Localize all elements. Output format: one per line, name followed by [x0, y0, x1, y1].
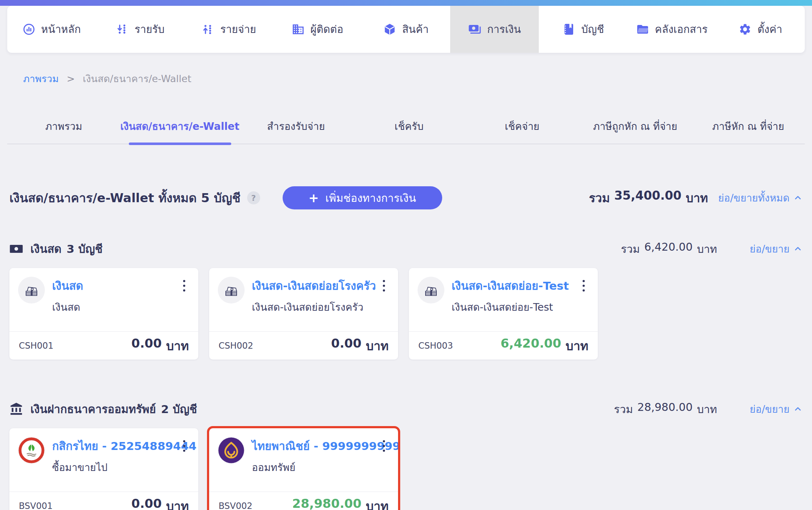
account-amount: 0.00 บาท [131, 336, 189, 356]
nav-item-finance[interactable]: การเงิน [450, 6, 539, 53]
kebab-menu-icon[interactable] [378, 437, 389, 456]
tab-tax-withheld[interactable]: ภาษีถูกหัก ณ ที่จ่าย [579, 112, 692, 144]
chevron-up-icon [793, 244, 803, 254]
account-amount: 6,420.00 บาท [500, 336, 588, 356]
breadcrumb-home-link[interactable]: ภาพรวม [23, 71, 59, 86]
add-button-label: เพิ่มช่องทางการเงิน [325, 190, 416, 207]
amount-value: 0.00 [131, 496, 162, 510]
tab-cash-bank-ewallet[interactable]: เงินสด/ธนาคาร/e-Wallet [120, 112, 239, 144]
grand-total: รวม 35,400.00 บาท [589, 188, 708, 208]
account-subtitle: เงินสด-เงินสดย่อยโรงครัว [252, 299, 376, 315]
account-title-link[interactable]: กสิกรไทย - 25254889444 [52, 437, 179, 455]
bank-section-right: รวม 28,980.00 บาท ย่อ/ขยาย [614, 401, 803, 418]
cash-section-title: เงินสด [30, 240, 62, 258]
tab-cheque-paid[interactable]: เช็คจ่าย [466, 112, 579, 144]
kebab-menu-icon[interactable] [179, 277, 190, 296]
cash-collapse-link[interactable]: ย่อ/ขยาย [750, 241, 803, 257]
cash-section-total: รวม 6,420.00 บาท [621, 241, 717, 258]
main-content: เงินสด/ธนาคาร/e-Wallet ทั้งหมด 5 บัญชี ?… [0, 186, 812, 510]
nav-item-accounting[interactable]: บัญชี [539, 6, 627, 53]
nav-label: รายจ่าย [220, 21, 256, 38]
accounting-icon [562, 23, 575, 36]
nav-label: ผู้ติดต่อ [310, 21, 343, 38]
account-subtitle: ออมทรัพย์ [252, 459, 378, 475]
account-title-link[interactable]: เงินสด [52, 277, 83, 295]
card-body: เงินสด-เงินสดย่อย-Test เงินสด-เงินสดย่อย… [409, 268, 598, 331]
kebab-menu-icon[interactable] [179, 437, 190, 456]
cash-stack-icon [18, 277, 45, 303]
dashboard-icon [22, 23, 35, 36]
amount-value: 28,980.00 [292, 496, 361, 510]
amount-currency: บาท [366, 496, 389, 510]
account-amount: 0.00 บาท [131, 496, 189, 510]
cash-stack-icon [418, 277, 444, 303]
account-title-link[interactable]: เงินสด-เงินสดย่อย-Test [452, 277, 569, 295]
tab-reserve[interactable]: สำรองรับจ่าย [240, 112, 352, 144]
account-card-csh003: เงินสด-เงินสดย่อย-Test เงินสด-เงินสดย่อย… [409, 268, 598, 360]
card-texts: เงินสด เงินสด [52, 277, 83, 331]
nav-label: การเงิน [487, 21, 521, 38]
add-payment-channel-button[interactable]: + เพิ่มช่องทางการเงิน [283, 186, 442, 209]
kebab-menu-icon[interactable] [378, 277, 389, 296]
cash-total-currency: บาท [697, 241, 717, 258]
account-card-csh002: เงินสด-เงินสดย่อยโรงครัว เงินสด-เงินสดย่… [209, 268, 398, 360]
cash-total-amount: 6,420.00 [644, 241, 693, 258]
nav-item-contacts[interactable]: ผู้ติดต่อ [273, 6, 362, 53]
bank-collapse-label: ย่อ/ขยาย [750, 401, 790, 417]
account-code: CSH001 [19, 341, 54, 351]
plus-icon: + [309, 191, 319, 205]
account-code: BSV002 [219, 501, 253, 510]
card-footer: BSV002 28,980.00 บาท [209, 492, 398, 510]
amount-value: 0.00 [131, 336, 162, 356]
cash-section-count: 3 บัญชี [67, 240, 103, 258]
card-body: เงินสด-เงินสดย่อยโรงครัว เงินสด-เงินสดย่… [209, 268, 398, 331]
amount-currency: บาท [166, 496, 189, 510]
card-texts: เงินสด-เงินสดย่อย-Test เงินสด-เงินสดย่อย… [452, 277, 569, 331]
nav-item-expense[interactable]: รายจ่าย [185, 6, 273, 53]
account-title-link[interactable]: ไทยพาณิชย์ - 9999999999 [252, 437, 378, 455]
account-code: CSH002 [219, 341, 253, 351]
card-texts: เงินสด-เงินสดย่อยโรงครัว เงินสด-เงินสดย่… [252, 277, 376, 331]
chevron-up-icon [793, 404, 803, 414]
help-icon[interactable]: ? [247, 191, 260, 204]
bank-collapse-link[interactable]: ย่อ/ขยาย [750, 401, 803, 417]
nav-label: ตั้งค่า [757, 21, 782, 38]
card-texts: ไทยพาณิชย์ - 9999999999 ออมทรัพย์ [252, 437, 378, 492]
nav-label: บัญชี [581, 21, 604, 38]
breadcrumb: ภาพรวม > เงินสด/ธนาคาร/e-Wallet [23, 71, 812, 86]
banknote-icon [9, 242, 23, 256]
tab-cheque-received[interactable]: เช็ครับ [352, 112, 465, 144]
account-subtitle: เงินสด [52, 299, 83, 315]
amount-currency: บาท [166, 336, 189, 356]
expense-icon [202, 23, 215, 36]
card-body: ไทยพาณิชย์ - 9999999999 ออมทรัพย์ [209, 428, 398, 492]
page-header: เงินสด/ธนาคาร/e-Wallet ทั้งหมด 5 บัญชี ?… [9, 186, 803, 209]
account-title-link[interactable]: เงินสด-เงินสดย่อยโรงครัว [252, 277, 376, 295]
scb-logo [218, 437, 245, 464]
nav-label: รายรับ [135, 21, 165, 38]
kebab-menu-icon[interactable] [578, 277, 589, 296]
collapse-all-link[interactable]: ย่อ/ขยายทั้งหมด [718, 190, 803, 206]
income-icon [116, 23, 129, 36]
bank-icon [9, 402, 23, 416]
nav-item-settings[interactable]: ตั้งค่า [716, 6, 805, 53]
top-gradient-bar [0, 0, 812, 6]
grand-total-label: รวม [589, 188, 610, 208]
page-header-right: รวม 35,400.00 บาท ย่อ/ขยายทั้งหมด [589, 188, 803, 208]
amount-currency: บาท [366, 336, 389, 356]
tab-withholding-tax[interactable]: ภาษีหัก ณ ที่จ่าย [692, 112, 805, 144]
nav-item-documents[interactable]: คลังเอกสาร [627, 6, 716, 53]
card-footer: CSH003 6,420.00 บาท [409, 331, 598, 360]
nav-item-home[interactable]: หน้าหลัก [7, 6, 96, 53]
card-footer: BSV001 0.00 บาท [9, 492, 198, 510]
nav-item-income[interactable]: รายรับ [96, 6, 185, 53]
grand-total-amount: 35,400.00 [614, 188, 681, 208]
breadcrumb-separator: > [67, 73, 75, 84]
nav-item-products[interactable]: สินค้า [362, 6, 451, 53]
main-navbar: หน้าหลัก รายรับ รายจ่าย ผู้ติดต่อ สินค้า… [7, 6, 805, 53]
tab-overview[interactable]: ภาพรวม [7, 112, 120, 144]
grand-total-currency: บาท [686, 188, 708, 208]
nav-label: สินค้า [402, 21, 428, 38]
account-amount: 28,980.00 บาท [292, 496, 389, 510]
bank-section-total: รวม 28,980.00 บาท [614, 401, 717, 418]
